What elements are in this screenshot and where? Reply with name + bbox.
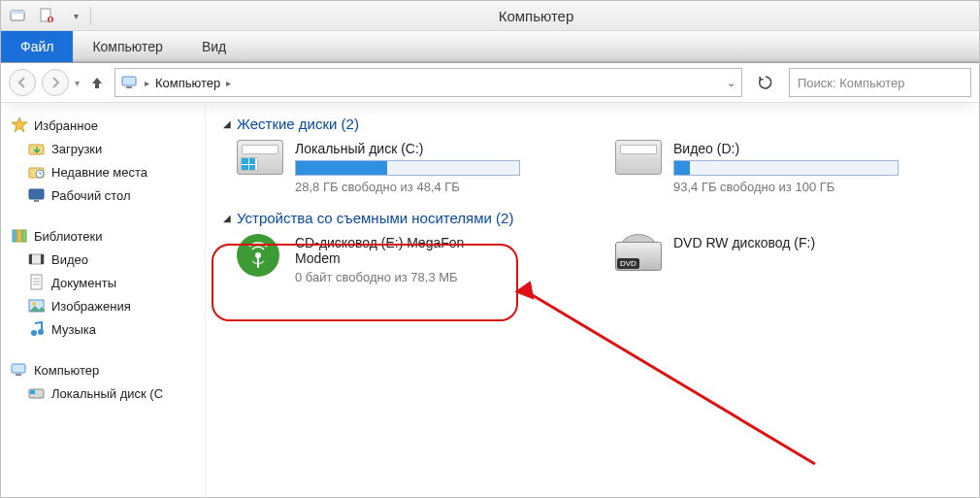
svg-rect-26 [12,364,25,373]
sidebar-item-label: Компьютер [34,363,99,378]
picture-icon [28,297,46,315]
explorer-window: ▾ Компьютер Файл Компьютер Вид ▾ ▸ Компь… [0,0,980,498]
breadcrumb[interactable]: Компьютер [155,76,220,90]
desktop-icon [28,186,46,204]
forward-button[interactable] [42,69,69,96]
sidebar-item-recent[interactable]: Недавние места [11,160,205,183]
sidebar-computer[interactable]: Компьютер [11,358,205,382]
drive-name: CD-дисковод (E:) MegaFon Modem [295,235,479,266]
drive-name: Видео (D:) [673,141,898,156]
section-label: Устройства со съемными носителями (2) [237,210,513,226]
sidebar-item-downloads[interactable]: Загрузки [11,137,205,160]
sidebar-item-local-disk-c[interactable]: Локальный диск (C [11,382,205,405]
sidebar-item-label: Избранное [34,118,98,133]
recent-icon [28,163,46,181]
tab-computer[interactable]: Компьютер [73,31,181,62]
search-placeholder: Поиск: Компьютер [798,76,905,90]
sidebar-item-desktop[interactable]: Рабочий стол [11,183,205,207]
drive-name: Локальный диск (C:) [295,141,520,156]
drive-icon [237,140,283,179]
svg-rect-17 [41,254,44,264]
svg-rect-5 [122,77,136,85]
sidebar-item-label: Документы [51,276,116,290]
sidebar-item-label: Видео [51,252,88,267]
video-icon [28,250,46,268]
collapse-icon: ◢ [223,213,231,223]
search-input[interactable]: Поиск: Компьютер [789,68,971,97]
svg-rect-27 [16,374,21,376]
sidebar-item-label: Изображения [51,299,131,314]
svg-rect-1 [11,11,24,14]
svg-point-23 [32,302,36,306]
content-pane: ◢ Жесткие диски (2) Локальный диск (C:) … [206,100,979,497]
address-bar[interactable]: ▸ Компьютер ▸ ⌄ [114,68,742,97]
address-dropdown-icon[interactable]: ⌄ [727,77,735,89]
titlebar: ▾ Компьютер [1,1,979,31]
computer-icon [11,361,28,379]
drive-icon [28,384,46,402]
drive-icon [615,140,662,179]
sidebar-libraries[interactable]: Библиотеки [11,224,205,248]
music-icon [28,320,46,338]
sidebar-item-label: Локальный диск (C [51,386,163,401]
tab-file[interactable]: Файл [1,31,73,62]
svg-point-25 [38,329,44,335]
section-label: Жесткие диски (2) [237,116,359,132]
nav-pane: Избранное Загрузки Недавние места [1,100,206,497]
back-button[interactable] [9,69,36,96]
sidebar-item-documents[interactable]: Документы [11,271,205,294]
refresh-button[interactable] [752,69,779,96]
svg-marker-33 [514,281,540,306]
sidebar-item-music[interactable]: Музыка [11,317,205,341]
drive-name: DVD RW дисковод (F:) [673,235,815,250]
section-hard-drives[interactable]: ◢ Жесткие диски (2) [223,116,962,132]
app-icon [9,7,26,24]
drive-f-dvd[interactable]: DVD DVD RW дисковод (F:) [615,234,935,284]
capacity-bar [673,160,898,176]
annotation-arrow [514,280,825,474]
drive-e-megafon[interactable]: CD-дисковод (E:) MegaFon Modem 0 байт св… [237,234,557,284]
svg-rect-29 [30,390,35,394]
svg-rect-11 [34,200,39,202]
tab-view[interactable]: Вид [182,31,245,62]
dvd-icon: DVD [615,234,662,273]
svg-rect-13 [17,230,21,242]
sidebar-favorites[interactable]: Избранное [11,114,205,137]
svg-rect-10 [29,189,44,199]
svg-rect-6 [126,86,132,88]
chevron-right-icon[interactable]: ▸ [226,78,231,88]
svg-line-32 [526,291,815,464]
drive-c[interactable]: Локальный диск (C:) 28,8 ГБ свободно из … [237,140,557,194]
history-dropdown-icon[interactable]: ▾ [75,78,80,88]
drive-free-text: 93,4 ГБ свободно из 100 ГБ [673,180,898,194]
sidebar-item-label: Рабочий стол [51,188,131,203]
computer-icon [121,75,139,90]
sidebar-item-label: Музыка [51,322,96,337]
svg-rect-14 [22,230,26,242]
svg-rect-16 [29,254,32,264]
document-icon [28,274,46,291]
drive-d[interactable]: Видео (D:) 93,4 ГБ свободно из 100 ГБ [615,140,935,194]
star-icon [11,116,28,134]
svg-point-24 [31,330,37,336]
folder-down-icon [28,140,46,157]
sidebar-item-pictures[interactable]: Изображения [11,294,205,317]
nav-toolbar: ▾ ▸ Компьютер ▸ ⌄ Поиск: Компьютер [1,63,979,103]
qat-properties-icon[interactable] [38,7,55,24]
collapse-icon: ◢ [223,118,231,129]
qat-dropdown-icon[interactable]: ▾ [67,7,84,24]
drive-free-text: 28,8 ГБ свободно из 48,4 ГБ [295,180,520,194]
window-title: Компьютер [93,8,979,24]
section-removable[interactable]: ◢ Устройства со съемными носителями (2) [223,210,962,226]
drive-free-text: 0 байт свободно из 78,3 МБ [295,270,479,284]
up-button[interactable] [85,71,109,94]
sidebar-item-video[interactable]: Видео [11,248,205,271]
svg-rect-12 [13,230,16,242]
ribbon-tabs: Файл Компьютер Вид [1,31,979,63]
capacity-bar [295,160,520,176]
svg-rect-4 [49,17,51,21]
chevron-right-icon[interactable]: ▸ [145,78,149,88]
sidebar-item-label: Недавние места [51,165,147,180]
libraries-icon [11,227,28,245]
sidebar-item-label: Загрузки [51,142,102,156]
